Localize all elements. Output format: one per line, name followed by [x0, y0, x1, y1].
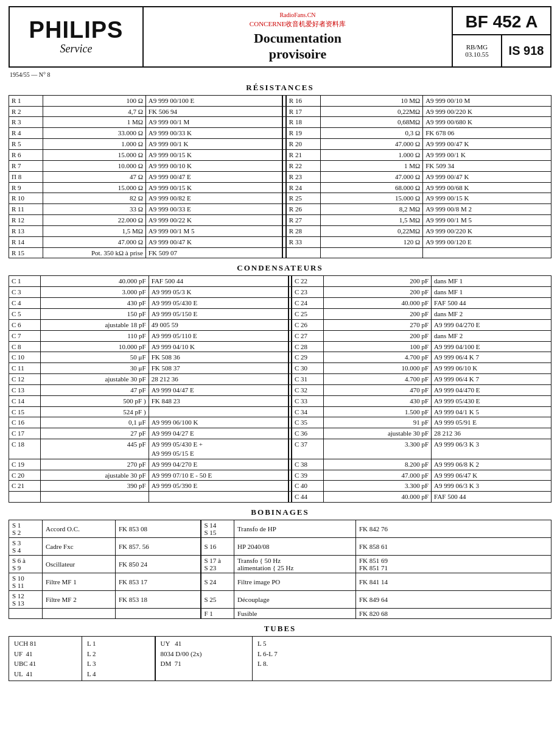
bob-code-right: FK 849 64 — [356, 591, 551, 609]
cond-val-right: 100 pF — [323, 341, 431, 352]
table-row: C 8 10.000 pF A9 999 04/10 K C 28 100 pF… — [9, 341, 551, 352]
res-code-left: A9 999 00/15 K — [145, 150, 282, 161]
res-val-left: 33 Ω — [43, 204, 146, 215]
table-row: R 11 33 Ω A9 999 00/33 E R 26 8,2 MΩ A9 … — [9, 204, 551, 215]
cond-code-left: 49 005 59 — [149, 319, 289, 330]
bob-code-left: FK 853 18 — [116, 591, 201, 609]
res-ref-right: R 16 — [286, 95, 320, 106]
res-val-right: 47.000 Ω — [320, 171, 423, 182]
cond-ref-right: C 29 — [292, 352, 323, 363]
cond-ref-right: C 39 — [292, 470, 323, 481]
res-val-left: 15.000 Ω — [43, 182, 146, 193]
bob-desc-right: Découplage — [234, 591, 356, 609]
res-code-right: A9 999 00/10 M — [423, 95, 551, 106]
res-code-right: A9 999 00/47 K — [423, 139, 551, 150]
bobinages-table: S 1S 2 Accord O.C. FK 853 08 S 14S 15 Tr… — [9, 520, 551, 619]
cond-code-left — [149, 492, 289, 503]
table-row: C 7 110 pF A9 999 05/110 E C 27 200 pF d… — [9, 330, 551, 341]
cond-ref-right: C 26 — [292, 319, 323, 330]
res-val-left: 22.000 Ω — [43, 215, 146, 226]
res-ref-left: R 2 — [9, 106, 43, 117]
res-val-left: 4,7 Ω — [43, 106, 146, 117]
cond-val-right: 1.500 pF — [323, 406, 431, 417]
bob-desc-left: Cadre Fxc — [43, 538, 116, 556]
cond-code-right: A9 999 06/47 K — [432, 470, 551, 481]
res-code-left: A9 999 00/33 K — [145, 128, 282, 139]
table-row: C 44 40.000 pF FAF 500 44 — [9, 492, 551, 503]
cond-ref-left: C 18 — [9, 439, 41, 459]
cond-val-left: 390 pF — [41, 481, 149, 492]
bob-ref-right: S 17 àS 23 — [201, 556, 234, 573]
cond-code-right: A9 999 06/3 K 3 — [432, 481, 551, 492]
table-row: C 14 500 pF ) FK 848 23 C 33 430 pF A9 9… — [9, 395, 551, 406]
table-row: C 15 524 pF ) C 34 1.500 pF A9 999 04/1 … — [9, 406, 551, 417]
res-ref-right: R 24 — [286, 182, 320, 193]
res-ref-left: R 4 — [9, 128, 43, 139]
cond-val-left: 40.000 pF — [41, 276, 149, 287]
bob-code-left: FK 850 24 — [116, 556, 201, 573]
cond-ref-left — [9, 492, 41, 503]
res-ref-left: R 6 — [9, 150, 43, 161]
cond-code-right: FAF 500 44 — [432, 492, 551, 503]
cond-code-right: A9 999 06/8 K 2 — [432, 459, 551, 470]
res-val-right: 15.000 Ω — [320, 193, 423, 204]
table-row: C 16 0,1 μF A9 999 06/100 K C 35 91 pF A… — [9, 417, 551, 428]
res-ref-right: R 25 — [286, 193, 320, 204]
res-code-left: A9 999 00/1 M 5 — [145, 225, 282, 236]
cond-val-right: 8.200 pF — [323, 459, 431, 470]
table-row: C 18 445 pF A9 999 05/430 E +A9 999 05/1… — [9, 439, 551, 459]
cond-val-right: 200 pF — [323, 287, 431, 298]
cond-ref-left: C 6 — [9, 319, 41, 330]
center-header: RadioFans.CN CONCERNE收音机爱好者资料库 Documenta… — [144, 7, 453, 66]
res-code-right: FK 678 06 — [423, 128, 551, 139]
cond-ref-left: C 14 — [9, 395, 41, 406]
res-ref-left: R 12 — [9, 215, 43, 226]
cond-ref-right: C 22 — [292, 276, 323, 287]
table-row: C 5 150 pF A9 999 05/150 E C 25 200 pF d… — [9, 308, 551, 319]
res-val-right: 0,22MΩ — [320, 106, 423, 117]
bob-ref-left — [9, 609, 43, 619]
cond-ref-right: C 34 — [292, 406, 323, 417]
bob-ref-left: S 12S 13 — [9, 591, 43, 609]
cond-code-right: A9 999 06/10 K — [432, 363, 551, 374]
res-val-left: 100 Ω — [43, 95, 146, 106]
res-val-left: 33.000 Ω — [43, 128, 146, 139]
cond-code-left: A9 999 05/430 E +A9 999 05/15 E — [149, 439, 289, 459]
cond-code-left: FAF 500 44 — [149, 276, 289, 287]
res-code-right — [423, 247, 551, 258]
bobinages-title: BOBINAGES — [9, 507, 551, 517]
cond-ref-left: C 1 — [9, 276, 41, 287]
table-row: R 1 100 Ω A9 999 00/100 E R 16 10 MΩ A9 … — [9, 95, 551, 106]
cond-code-right: dans MF 1 — [432, 287, 551, 298]
cond-val-right: 10.000 pF — [323, 363, 431, 374]
cond-code-left: A9 999 05/390 E — [149, 481, 289, 492]
res-ref-right: R 27 — [286, 215, 320, 226]
cond-ref-right: C 44 — [292, 492, 323, 503]
res-ref-right: R 26 — [286, 204, 320, 215]
res-code-left: A9 999 00/10 K — [145, 160, 282, 171]
table-row: C 6 ajustable 18 pF 49 005 59 C 26 270 p… — [9, 319, 551, 330]
res-val-right: 47.000 Ω — [320, 139, 423, 150]
cond-code-right: dans MF 2 — [432, 308, 551, 319]
table-row: C 20 ajustable 30 pF A9 999 07/10 E - 50… — [9, 470, 551, 481]
table-row: C 21 390 pF A9 999 05/390 E C 40 3.300 p… — [9, 481, 551, 492]
cond-ref-left: C 7 — [9, 330, 41, 341]
table-row: S 3S 4 Cadre Fxc FK 857. 56 S 16 HP 2040… — [9, 538, 551, 556]
bob-ref-left: S 6 àS 9 — [9, 556, 43, 573]
res-val-right: 68.000 Ω — [320, 182, 423, 193]
res-code-right: A9 999 00/15 K — [423, 193, 551, 204]
cond-val-right: 91 pF — [323, 417, 431, 428]
bf-number: BF 452 A — [453, 7, 550, 35]
is-number: IS 918 — [502, 35, 550, 66]
radiofans-label: RadioFans.CN — [279, 11, 315, 18]
res-ref-left: R 11 — [9, 204, 43, 215]
cond-code-right: 28 212 36 — [432, 428, 551, 439]
cond-val-right: 3.300 pF — [323, 439, 431, 459]
res-ref-right: R 18 — [286, 117, 320, 128]
res-code-right: A9 999 00/8 M 2 — [423, 204, 551, 215]
cond-ref-right: C 27 — [292, 330, 323, 341]
bob-code-right: FK 842 76 — [356, 520, 551, 538]
table-row: R 13 1,5 MΩ A9 999 00/1 M 5 R 28 0,22MΩ … — [9, 225, 551, 236]
res-ref-left: R 7 — [9, 160, 43, 171]
bob-desc-right: Filtre image PO — [234, 573, 356, 591]
